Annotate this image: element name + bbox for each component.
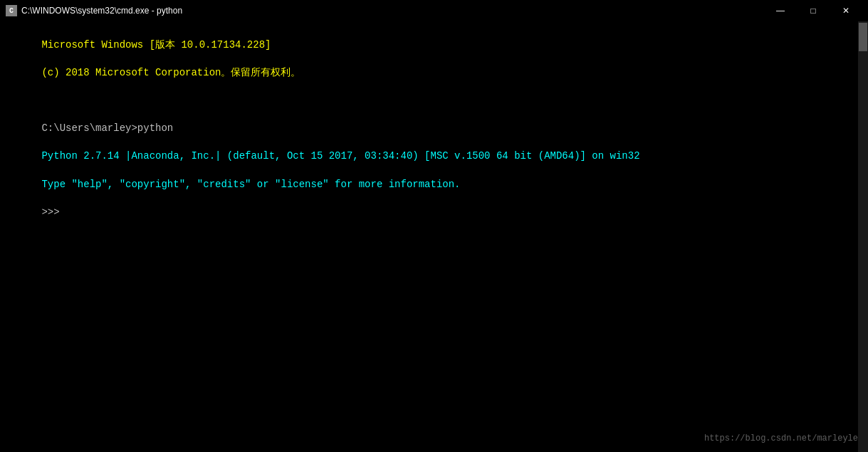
console-body[interactable]: Microsoft Windows [版本 10.0.17134.228] (c… (0, 21, 868, 452)
watermark: https://blog.csdn.net/marleyle (704, 433, 858, 443)
title-bar-left: C C:\WINDOWS\system32\cmd.exe - python (6, 5, 182, 16)
maximize-button[interactable]: □ (797, 0, 830, 21)
close-button[interactable]: ✕ (830, 0, 862, 21)
scrollbar-thumb[interactable] (859, 23, 867, 51)
console-line-4: C:\Users\marley>python (41, 122, 173, 134)
scrollbar[interactable] (858, 21, 868, 452)
console-output: Microsoft Windows [版本 10.0.17134.228] (c… (6, 24, 862, 233)
console-line-6: Type "help", "copyright", "credits" or "… (41, 179, 460, 190)
console-line-1: Microsoft Windows [版本 10.0.17134.228] (41, 39, 271, 51)
window-icon: C (6, 5, 17, 16)
title-bar-controls: — □ ✕ (764, 0, 862, 21)
console-line-5: Python 2.7.14 |Anaconda, Inc.| (default,… (41, 150, 639, 162)
title-bar: C C:\WINDOWS\system32\cmd.exe - python —… (0, 0, 868, 21)
console-line-2: (c) 2018 Microsoft Corporation。保留所有权利。 (41, 67, 300, 78)
window-title: C:\WINDOWS\system32\cmd.exe - python (21, 6, 182, 16)
console-prompt: >>> (41, 206, 66, 218)
minimize-button[interactable]: — (764, 0, 797, 21)
cmd-window: C C:\WINDOWS\system32\cmd.exe - python —… (0, 0, 868, 452)
